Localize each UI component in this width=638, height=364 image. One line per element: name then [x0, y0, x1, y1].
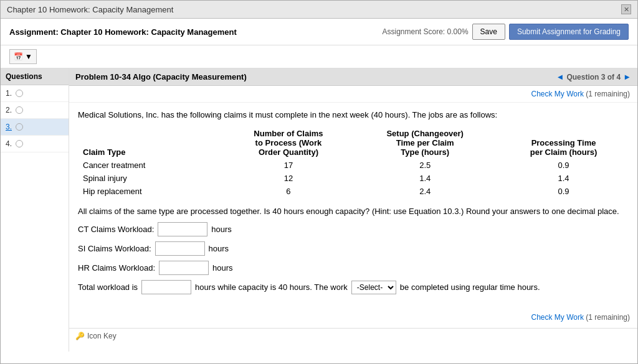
- hr-label: HR Claims Workload:: [78, 263, 155, 273]
- row3-setup: 2.4: [351, 185, 498, 198]
- can-cannot-select[interactable]: -Select- can cannot: [351, 281, 396, 294]
- icon-key-label: Icon Key: [87, 332, 117, 340]
- col-header-processing: Processing Timeper Claim (hours): [498, 127, 629, 159]
- ct-workload-row: CT Claims Workload: hours: [78, 222, 629, 236]
- question-radio-2: [16, 106, 23, 114]
- next-question-link[interactable]: ►: [623, 72, 631, 82]
- row1-type: Cancer treatment: [78, 159, 226, 172]
- col-header-quantity: Number of Claimsto Process (WorkOrder Qu…: [226, 127, 352, 159]
- question-item-1[interactable]: 1.: [1, 85, 69, 102]
- row2-type: Spinal injury: [78, 172, 226, 185]
- calendar-icon: 📅: [14, 52, 23, 61]
- problem-title: Problem 10-34 Algo (Capacity Measurement…: [75, 72, 247, 82]
- question-item-2[interactable]: 2.: [1, 102, 69, 119]
- save-button[interactable]: Save: [472, 24, 505, 40]
- total-suffix: be completed using regular time hours.: [400, 282, 540, 292]
- prev-question-link[interactable]: ◄: [556, 72, 564, 82]
- si-workload-input[interactable]: [155, 241, 205, 256]
- row2-processing: 1.4: [498, 172, 629, 185]
- table-row: Cancer treatment 17 2.5 0.9: [78, 159, 629, 172]
- row1-setup: 2.5: [351, 159, 498, 172]
- key-icon: 🔑: [75, 332, 85, 340]
- check-my-work-bottom-link[interactable]: Check My Work: [531, 313, 583, 322]
- si-unit: hours: [209, 244, 229, 253]
- submit-button[interactable]: Submit Assignment for Grading: [509, 24, 629, 40]
- question-link-3[interactable]: 3.: [6, 123, 12, 131]
- row3-quantity: 6: [226, 185, 352, 198]
- total-workload-input[interactable]: [141, 280, 191, 294]
- ct-unit: hours: [211, 225, 232, 234]
- col-header-setup: Setup (Changeover)Time per ClaimType (ho…: [351, 127, 498, 159]
- total-workload-row: Total workload is hours while capacity i…: [78, 280, 629, 294]
- question-radio-3: [16, 123, 23, 131]
- row3-type: Hip replacement: [78, 185, 226, 198]
- check-my-work-top-link[interactable]: Check My Work: [531, 90, 583, 98]
- remaining-bottom: (1 remaining): [586, 313, 630, 322]
- table-row: Spinal injury 12 1.4 1.4: [78, 172, 629, 185]
- question-radio-4: [16, 140, 23, 147]
- hr-workload-row: HR Claims Workload: hours: [78, 261, 629, 275]
- ct-workload-input[interactable]: [158, 222, 207, 236]
- row3-processing: 0.9: [498, 185, 629, 198]
- question-num-2: 2.: [6, 106, 12, 114]
- remaining-top: (1 remaining): [586, 90, 630, 98]
- question-num-4: 4.: [6, 139, 12, 148]
- calendar-icon-button[interactable]: 📅 ▼: [9, 49, 37, 64]
- question-item-4[interactable]: 4.: [1, 136, 69, 152]
- si-label: SI Claims Workload:: [78, 244, 151, 253]
- claims-table: Claim Type Number of Claimsto Process (W…: [78, 127, 629, 198]
- toolbar-dropdown-arrow: ▼: [25, 52, 32, 61]
- total-label: Total workload is: [78, 282, 138, 292]
- assignment-score: Assignment Score: 0.00%: [382, 27, 468, 36]
- close-button[interactable]: ✕: [621, 4, 631, 14]
- questions-panel-header: Questions: [1, 68, 69, 85]
- row2-setup: 1.4: [351, 172, 498, 185]
- question-item-3[interactable]: 3.: [1, 119, 69, 136]
- hr-unit: hours: [212, 263, 233, 273]
- si-workload-row: SI Claims Workload: hours: [78, 241, 629, 256]
- question-position: Question 3 of 4: [566, 73, 621, 82]
- question-radio-1: [16, 90, 23, 97]
- question-nav: ◄ Question 3 of 4 ►: [556, 72, 631, 82]
- assignment-title: Assignment: Chapter 10 Homework: Capacit…: [9, 27, 237, 37]
- question-num-1: 1.: [6, 89, 12, 98]
- row1-quantity: 17: [226, 159, 352, 172]
- row2-quantity: 12: [226, 172, 352, 185]
- hr-workload-input[interactable]: [159, 261, 209, 275]
- col-header-claim-type: Claim Type: [78, 127, 226, 159]
- hint-text: All claims of the same type are processe…: [78, 207, 629, 216]
- ct-label: CT Claims Workload:: [78, 225, 154, 234]
- row1-processing: 0.9: [498, 159, 629, 172]
- total-unit: hours while capacity is 40 hours. The wo…: [195, 282, 348, 292]
- problem-intro: Medical Solutions, Inc. has the followin…: [78, 110, 629, 119]
- window-title: Chapter 10 Homework: Capacity Management: [7, 5, 173, 14]
- table-row: Hip replacement 6 2.4 0.9: [78, 185, 629, 198]
